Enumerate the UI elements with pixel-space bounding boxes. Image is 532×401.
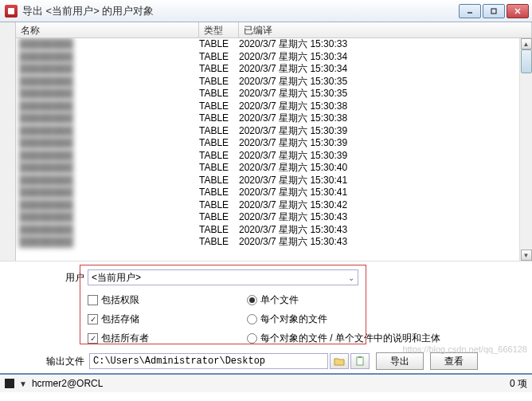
checkbox-icon: [88, 295, 98, 305]
table-row[interactable]: ████████TABLE2020/3/7 星期六 15:30:33: [16, 38, 532, 51]
cell-compiled: 2020/3/7 星期六 15:30:41: [239, 187, 532, 199]
close-button[interactable]: [507, 4, 529, 18]
browse-button[interactable]: [330, 353, 349, 369]
cell-compiled: 2020/3/7 星期六 15:30:41: [239, 175, 532, 187]
table-row[interactable]: ████████TABLE2020/3/7 星期六 15:30:40: [16, 162, 532, 175]
window-title: 导出 <当前用户> 的用户对象: [22, 4, 459, 18]
clipboard-button[interactable]: [350, 353, 370, 369]
cell-compiled: 2020/3/7 星期六 15:30:39: [239, 137, 532, 150]
file-per-object-desc-radio[interactable]: 每个对象的文件 / 单个文件中的说明和主体: [247, 330, 518, 346]
column-compiled[interactable]: 已编译: [239, 22, 532, 37]
cell-type: TABLE: [199, 150, 239, 163]
radio-icon: [247, 333, 257, 344]
object-table: 名称 类型 已编译 ████████TABLE2020/3/7 星期六 15:3…: [0, 22, 532, 261]
cell-type: TABLE: [199, 187, 239, 199]
view-button[interactable]: 查看: [430, 352, 478, 370]
cell-name: ████████: [16, 125, 199, 138]
status-dropdown-icon[interactable]: ▼: [19, 379, 27, 388]
cell-compiled: 2020/3/7 星期六 15:30:35: [239, 76, 532, 88]
chevron-down-icon: ⌄: [348, 273, 354, 282]
cell-name: ████████: [16, 100, 199, 113]
table-row[interactable]: ████████TABLE2020/3/7 星期六 15:30:41: [16, 175, 532, 187]
cell-compiled: 2020/3/7 星期六 15:30:34: [239, 51, 532, 64]
minimize-button[interactable]: [459, 4, 481, 18]
column-type[interactable]: 类型: [199, 22, 239, 37]
maximize-button[interactable]: [483, 4, 505, 18]
table-row[interactable]: ████████TABLE2020/3/7 星期六 15:30:43: [16, 224, 532, 237]
svg-rect-4: [357, 357, 363, 365]
cell-name: ████████: [16, 51, 199, 64]
include-storage-checkbox[interactable]: ✓ 包括存储: [88, 311, 247, 327]
checkbox-icon: ✓: [88, 314, 98, 324]
cell-compiled: 2020/3/7 星期六 15:30:39: [239, 125, 532, 138]
table-row[interactable]: ████████TABLE2020/3/7 星期六 15:30:35: [16, 76, 532, 88]
table-row[interactable]: ████████TABLE2020/3/7 星期六 15:30:39: [16, 125, 532, 138]
include-privileges-checkbox[interactable]: 包括权限: [88, 292, 247, 308]
titlebar: 导出 <当前用户> 的用户对象: [0, 0, 532, 22]
scroll-down-icon[interactable]: ▼: [521, 250, 532, 261]
cell-type: TABLE: [199, 100, 239, 113]
cell-type: TABLE: [199, 175, 239, 187]
column-name[interactable]: 名称: [16, 22, 199, 37]
cell-compiled: 2020/3/7 星期六 15:30:40: [239, 162, 532, 175]
cell-compiled: 2020/3/7 星期六 15:30:38: [239, 112, 532, 125]
cell-name: ████████: [16, 88, 199, 100]
radio-icon: [247, 314, 257, 324]
export-button[interactable]: 导出: [376, 352, 424, 370]
cell-type: TABLE: [199, 76, 239, 88]
cell-compiled: 2020/3/7 星期六 15:30:35: [239, 88, 532, 100]
cell-name: ████████: [16, 137, 199, 150]
cell-compiled: 2020/3/7 星期六 15:30:43: [239, 224, 532, 237]
user-label: 用户: [40, 271, 88, 285]
user-select[interactable]: <当前用户> ⌄: [88, 269, 358, 285]
cell-type: TABLE: [199, 236, 239, 249]
cell-name: ████████: [16, 76, 199, 88]
svg-rect-1: [491, 9, 496, 14]
table-row[interactable]: ████████TABLE2020/3/7 星期六 15:30:38: [16, 100, 532, 113]
cell-name: ████████: [16, 175, 199, 187]
cell-name: ████████: [16, 63, 199, 76]
cell-type: TABLE: [199, 199, 239, 212]
cell-type: TABLE: [199, 88, 239, 100]
table-row[interactable]: ████████TABLE2020/3/7 星期六 15:30:34: [16, 63, 532, 76]
single-file-radio[interactable]: 单个文件: [247, 292, 518, 308]
scroll-up-icon[interactable]: ▲: [521, 38, 532, 49]
status-count: 0 项: [510, 377, 527, 391]
table-row[interactable]: ████████TABLE2020/3/7 星期六 15:30:43: [16, 211, 532, 224]
cell-name: ████████: [16, 211, 199, 224]
table-row[interactable]: ████████TABLE2020/3/7 星期六 15:30:43: [16, 236, 532, 249]
cell-type: TABLE: [199, 38, 239, 51]
table-row[interactable]: ████████TABLE2020/3/7 星期六 15:30:41: [16, 187, 532, 199]
table-row[interactable]: ████████TABLE2020/3/7 星期六 15:30:42: [16, 199, 532, 212]
table-gutter: [0, 22, 16, 261]
scroll-thumb[interactable]: [521, 49, 532, 73]
cell-name: ████████: [16, 112, 199, 125]
cell-name: ████████: [16, 38, 199, 51]
folder-icon: [334, 356, 345, 366]
status-stop-icon[interactable]: [5, 379, 14, 388]
cell-compiled: 2020/3/7 星期六 15:30:33: [239, 38, 532, 51]
cell-name: ████████: [16, 187, 199, 199]
statusbar: ▼ hcrmer2@ORCL 0 项: [0, 373, 532, 392]
table-header: 名称 类型 已编译: [16, 22, 532, 38]
cell-type: TABLE: [199, 137, 239, 150]
table-row[interactable]: ████████TABLE2020/3/7 星期六 15:30:34: [16, 51, 532, 64]
svg-rect-5: [358, 356, 362, 358]
table-row[interactable]: ████████TABLE2020/3/7 星期六 15:30:38: [16, 112, 532, 125]
cell-type: TABLE: [199, 211, 239, 224]
table-row[interactable]: ████████TABLE2020/3/7 星期六 15:30:35: [16, 88, 532, 100]
table-row[interactable]: ████████TABLE2020/3/7 星期六 15:30:39: [16, 150, 532, 163]
include-owner-checkbox[interactable]: ✓ 包括所有者: [88, 330, 247, 346]
cell-type: TABLE: [199, 162, 239, 175]
vertical-scrollbar[interactable]: ▲ ▼: [519, 38, 532, 261]
cell-type: TABLE: [199, 112, 239, 125]
user-select-value: <当前用户>: [92, 271, 141, 285]
cell-type: TABLE: [199, 63, 239, 76]
file-per-object-radio[interactable]: 每个对象的文件: [247, 311, 518, 327]
cell-compiled: 2020/3/7 星期六 15:30:39: [239, 150, 532, 163]
cell-type: TABLE: [199, 51, 239, 64]
table-body[interactable]: ████████TABLE2020/3/7 星期六 15:30:33██████…: [16, 38, 532, 261]
status-connection: hcrmer2@ORCL: [32, 378, 104, 389]
output-file-input[interactable]: [89, 353, 328, 369]
table-row[interactable]: ████████TABLE2020/3/7 星期六 15:30:39: [16, 137, 532, 150]
